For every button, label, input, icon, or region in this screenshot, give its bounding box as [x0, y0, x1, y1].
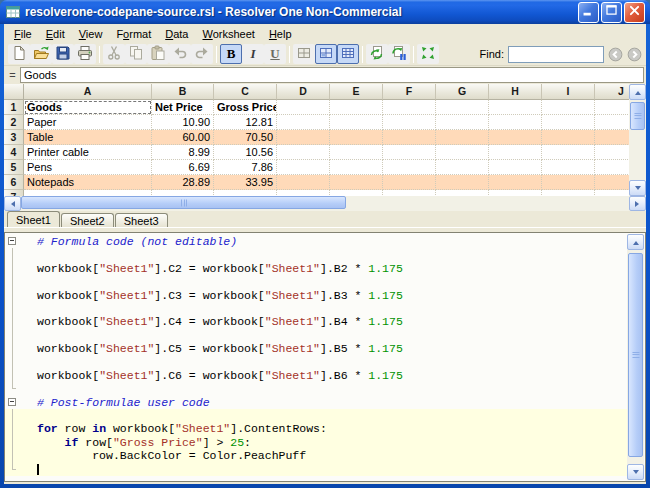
menu-data[interactable]: Data: [158, 26, 195, 42]
cell-F5[interactable]: [383, 160, 436, 175]
code-line[interactable]: workbook["Sheet1"].C3 = workbook["Sheet1…: [5, 289, 628, 302]
scroll-track[interactable]: [21, 196, 629, 211]
cell-A6[interactable]: Notepads: [24, 175, 152, 190]
find-input[interactable]: [508, 46, 604, 63]
code-line[interactable]: # Post-formulae user code: [5, 396, 628, 409]
code-line[interactable]: [5, 356, 628, 369]
scroll-down-button[interactable]: [629, 180, 646, 196]
title-bar[interactable]: resolverone-codepane-source.rsl - Resolv…: [0, 0, 650, 24]
cell-H5[interactable]: [489, 160, 542, 175]
cell-G1[interactable]: [436, 100, 489, 115]
cell-E2[interactable]: [330, 115, 383, 130]
cell-G5[interactable]: [436, 160, 489, 175]
code-line[interactable]: [5, 302, 628, 315]
column-header-F[interactable]: F: [383, 84, 436, 100]
cell-B1[interactable]: Net Price: [152, 100, 214, 115]
cell-I2[interactable]: [542, 115, 595, 130]
menu-worksheet[interactable]: Worksheet: [195, 26, 261, 42]
auto-recalculate-button[interactable]: [388, 44, 410, 64]
fold-toggle-icon[interactable]: [5, 235, 20, 248]
cell-B3[interactable]: 60.00: [152, 130, 214, 145]
cell-B5[interactable]: 6.69: [152, 160, 214, 175]
sheet-tab-sheet1[interactable]: Sheet1: [7, 211, 60, 227]
menu-view[interactable]: View: [72, 26, 110, 42]
bold-button[interactable]: B: [220, 44, 242, 64]
column-header-C[interactable]: C: [214, 84, 277, 100]
cell-D5[interactable]: [277, 160, 330, 175]
cell-H1[interactable]: [489, 100, 542, 115]
maximize-button[interactable]: [601, 2, 622, 23]
column-header-B[interactable]: B: [152, 84, 214, 100]
menu-file[interactable]: File: [7, 26, 39, 42]
cell-A2[interactable]: Paper: [24, 115, 152, 130]
cell-A4[interactable]: Printer cable: [24, 145, 152, 160]
code-pane[interactable]: # Formula code (not editable)workbook["S…: [4, 232, 646, 482]
cell-B2[interactable]: 10.90: [152, 115, 214, 130]
code-line[interactable]: [5, 409, 628, 422]
cell-B4[interactable]: 8.99: [152, 145, 214, 160]
cell-G2[interactable]: [436, 115, 489, 130]
row-header-6[interactable]: 6: [4, 175, 24, 190]
grid-horizontal-scrollbar[interactable]: [4, 196, 646, 211]
cell-E4[interactable]: [330, 145, 383, 160]
fit-columns-button[interactable]: [417, 44, 439, 64]
cell-G6[interactable]: [436, 175, 489, 190]
cell-F3[interactable]: [383, 130, 436, 145]
new-document-button[interactable]: [8, 44, 30, 64]
print-button[interactable]: [74, 44, 96, 64]
minimize-button[interactable]: [578, 2, 599, 23]
recalculate-button[interactable]: [366, 44, 388, 64]
cell-C3[interactable]: 70.50: [214, 130, 277, 145]
code-line[interactable]: workbook["Sheet1"].C6 = workbook["Sheet1…: [5, 369, 628, 382]
cell-A3[interactable]: Table: [24, 130, 152, 145]
cell-I4[interactable]: [542, 145, 595, 160]
scroll-up-button[interactable]: [627, 234, 644, 250]
row-header-4[interactable]: 4: [4, 145, 24, 160]
select-all-corner[interactable]: [4, 84, 24, 100]
cell-E5[interactable]: [330, 160, 383, 175]
underline-button[interactable]: U: [264, 44, 286, 64]
code-line[interactable]: if row["Gross Price"] > 25:: [5, 436, 628, 449]
cell-H3[interactable]: [489, 130, 542, 145]
row-header-1[interactable]: 1: [4, 100, 24, 115]
menu-format[interactable]: Format: [109, 26, 158, 42]
row-header-3[interactable]: 3: [4, 130, 24, 145]
row-header-5[interactable]: 5: [4, 160, 24, 175]
open-folder-button[interactable]: [30, 44, 52, 64]
code-line[interactable]: [5, 275, 628, 288]
row-header-2[interactable]: 2: [4, 115, 24, 130]
code-line[interactable]: [5, 382, 628, 395]
cell-C4[interactable]: 10.56: [214, 145, 277, 160]
code-line[interactable]: row.BackColor = Color.PeachPuff: [5, 449, 628, 462]
cell-I3[interactable]: [542, 130, 595, 145]
code-line[interactable]: [5, 463, 628, 476]
cell-D3[interactable]: [277, 130, 330, 145]
cell-F4[interactable]: [383, 145, 436, 160]
cell-F1[interactable]: [383, 100, 436, 115]
code-editor[interactable]: # Formula code (not editable)workbook["S…: [5, 235, 628, 481]
cell-G3[interactable]: [436, 130, 489, 145]
cell-G4[interactable]: [436, 145, 489, 160]
scroll-thumb[interactable]: [630, 102, 645, 130]
scroll-track[interactable]: [629, 100, 646, 180]
cell-E3[interactable]: [330, 130, 383, 145]
menu-edit[interactable]: Edit: [39, 26, 72, 42]
cell-D6[interactable]: [277, 175, 330, 190]
cell-I1[interactable]: [542, 100, 595, 115]
close-button[interactable]: [624, 2, 645, 23]
save-button[interactable]: [52, 44, 74, 64]
code-line[interactable]: for row in workbook["Sheet1"].ContentRow…: [5, 422, 628, 435]
sheet-tab-sheet3[interactable]: Sheet3: [115, 213, 168, 227]
column-header-D[interactable]: D: [277, 84, 330, 100]
code-line[interactable]: workbook["Sheet1"].C2 = workbook["Sheet1…: [5, 262, 628, 275]
formula-input[interactable]: [20, 67, 644, 83]
cell-I6[interactable]: [542, 175, 595, 190]
scroll-track[interactable]: [627, 251, 644, 463]
code-vertical-scrollbar[interactable]: [627, 234, 644, 480]
italic-button[interactable]: I: [242, 44, 264, 64]
cell-H4[interactable]: [489, 145, 542, 160]
cell-C5[interactable]: 7.86: [214, 160, 277, 175]
scroll-down-button[interactable]: [627, 464, 644, 480]
column-header-H[interactable]: H: [489, 84, 542, 100]
column-header-I[interactable]: I: [542, 84, 595, 100]
